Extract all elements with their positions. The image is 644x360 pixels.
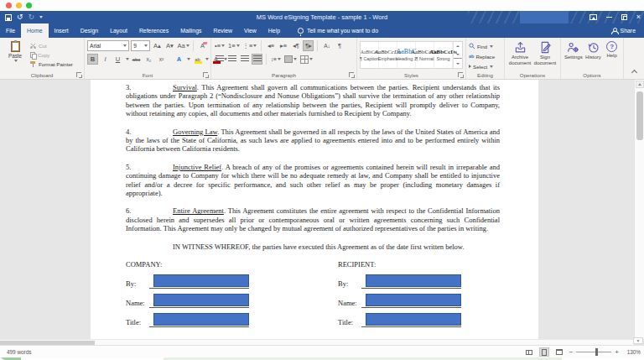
tab-review[interactable]: Review	[207, 23, 238, 38]
align-center-button[interactable]	[226, 54, 237, 65]
macos-minimize-button[interactable]	[16, 3, 22, 8]
superscript-button[interactable]: x²	[156, 54, 167, 65]
zoom-slider-thumb[interactable]	[595, 348, 598, 356]
paragraph-survival: 3.Survival. This Agreement shall govern …	[126, 83, 500, 118]
ltr-text-direction-button[interactable]: ¶▸	[303, 40, 314, 51]
scroll-up-icon[interactable]	[636, 81, 644, 88]
numbering-button[interactable]: 1≡	[227, 40, 241, 51]
signature-field-recipient-by[interactable]	[366, 274, 461, 287]
increase-indent-button[interactable]: ▸≡	[278, 40, 288, 51]
zoom-control: − +	[569, 348, 619, 356]
signature-field-company-name[interactable]	[153, 294, 249, 306]
sign-document-button[interactable]: Sign document	[532, 40, 558, 69]
account-area[interactable]	[520, 11, 569, 23]
underline-button[interactable]: U	[112, 54, 123, 65]
zoom-slider[interactable]	[576, 352, 611, 352]
tab-view[interactable]: View	[238, 23, 262, 38]
lightbulb-icon	[298, 28, 304, 34]
justify-button[interactable]	[252, 54, 262, 65]
format-painter-button[interactable]: Format Painter	[30, 60, 73, 68]
clear-formatting-button[interactable]: A	[197, 40, 208, 51]
strikethrough-button[interactable]: abc	[131, 54, 142, 65]
tab-design[interactable]: Design	[75, 23, 104, 38]
title-label: Title:	[126, 318, 149, 326]
decrease-indent-button[interactable]: ◂≡	[265, 40, 276, 51]
vertical-scrollbar[interactable]	[634, 80, 644, 339]
paragraph-number: 3.	[126, 83, 173, 91]
tab-references[interactable]: References	[133, 23, 174, 38]
shading-button[interactable]	[283, 54, 298, 65]
tab-insert[interactable]: Insert	[49, 23, 75, 38]
word-count[interactable]: 499 words	[7, 346, 32, 358]
macos-zoom-button[interactable]	[26, 3, 32, 8]
archive-document-button[interactable]: Archive document	[507, 40, 532, 69]
shrink-font-button[interactable]: A▾	[164, 40, 175, 51]
macos-close-button[interactable]	[6, 3, 12, 8]
horizontal-scrollbar[interactable]	[0, 339, 634, 345]
paste-button[interactable]: Paste	[3, 41, 27, 70]
scroll-down-icon[interactable]	[633, 337, 643, 344]
text-effects-button[interactable]: A	[174, 54, 184, 65]
styles-more-icon[interactable]	[454, 58, 462, 68]
help-button[interactable]: ? Help	[603, 40, 621, 69]
signature-field-recipient-title[interactable]	[366, 313, 461, 326]
change-case-button[interactable]: Aa	[177, 40, 190, 51]
ribbon-display-options-icon[interactable]	[589, 14, 597, 20]
select-button[interactable]: Select	[469, 62, 501, 70]
paragraph-dialog-launcher-icon[interactable]	[349, 72, 354, 77]
align-center-icon	[228, 55, 236, 63]
tab-layout[interactable]: Layout	[104, 23, 133, 38]
zoom-in-button[interactable]: +	[615, 348, 619, 356]
align-right-button[interactable]	[239, 54, 250, 65]
show-paragraph-marks-button[interactable]: ¶	[334, 40, 345, 51]
styles-scroll-up-icon[interactable]	[454, 42, 462, 50]
subscript-button[interactable]: x₂	[143, 54, 154, 65]
font-dialog-launcher-icon[interactable]	[203, 72, 208, 77]
find-button[interactable]: Find	[469, 42, 501, 50]
bold-button[interactable]: B	[87, 54, 98, 65]
tab-file[interactable]: File	[0, 23, 21, 38]
replace-button[interactable]: ab Replace	[469, 52, 501, 60]
tab-home[interactable]: Home	[21, 23, 48, 38]
read-mode-button[interactable]	[524, 347, 534, 357]
share-button[interactable]: Share	[611, 23, 644, 38]
clipboard-dialog-launcher-icon[interactable]	[76, 72, 81, 77]
zoom-level[interactable]: 130%	[624, 349, 641, 355]
zoom-out-button[interactable]: −	[569, 348, 574, 356]
borders-button[interactable]	[299, 54, 314, 65]
style-emphasis[interactable]: AaBbCcDa Emphasis	[379, 42, 397, 68]
styles-dialog-launcher-icon[interactable]	[458, 72, 463, 77]
settings-button[interactable]: Settings	[564, 40, 584, 69]
minimize-icon[interactable]	[606, 17, 612, 18]
font-family-combobox[interactable]: Arial	[87, 40, 129, 51]
document-page[interactable]: 3.Survival. This Agreement shall govern …	[91, 80, 538, 345]
print-layout-button[interactable]	[539, 347, 549, 357]
restore-icon[interactable]	[621, 14, 627, 20]
replace-icon: ab	[469, 54, 474, 59]
style-strong[interactable]: AaBbCcDs Strong	[434, 42, 453, 68]
signature-field-recipient-name[interactable]	[366, 294, 461, 306]
bullets-button[interactable]: •≡	[214, 40, 226, 51]
multilevel-list-button[interactable]: ⋮≡	[242, 40, 258, 51]
signature-field-company-by[interactable]	[153, 274, 249, 287]
close-icon[interactable]: ×	[636, 13, 641, 21]
signature-field-company-title[interactable]	[153, 313, 249, 326]
vertical-scroll-thumb[interactable]	[636, 91, 643, 140]
collapse-ribbon-icon[interactable]	[631, 70, 637, 76]
cut-button[interactable]: Cut	[30, 42, 73, 50]
tab-mailings[interactable]: Mailings	[174, 23, 207, 38]
copy-button[interactable]: Copy	[30, 51, 73, 59]
tab-help[interactable]: Help	[262, 23, 286, 38]
styles-scroll-down-icon[interactable]	[454, 50, 462, 59]
grow-font-button[interactable]: A▴	[152, 40, 163, 51]
web-layout-button[interactable]	[554, 347, 564, 357]
history-button[interactable]: History	[584, 40, 604, 69]
sort-button[interactable]: A↓	[321, 40, 332, 51]
highlight-color-button[interactable]: ab	[192, 54, 203, 65]
font-size-combobox[interactable]: 9	[131, 40, 150, 51]
line-spacing-button[interactable]: ↕≡	[270, 54, 282, 65]
tell-me-box[interactable]: Tell me what you want to do	[298, 23, 378, 38]
italic-button[interactable]: I	[100, 54, 111, 65]
rtl-text-direction-button[interactable]: ◂¶	[290, 40, 301, 51]
align-left-button[interactable]	[214, 54, 225, 65]
